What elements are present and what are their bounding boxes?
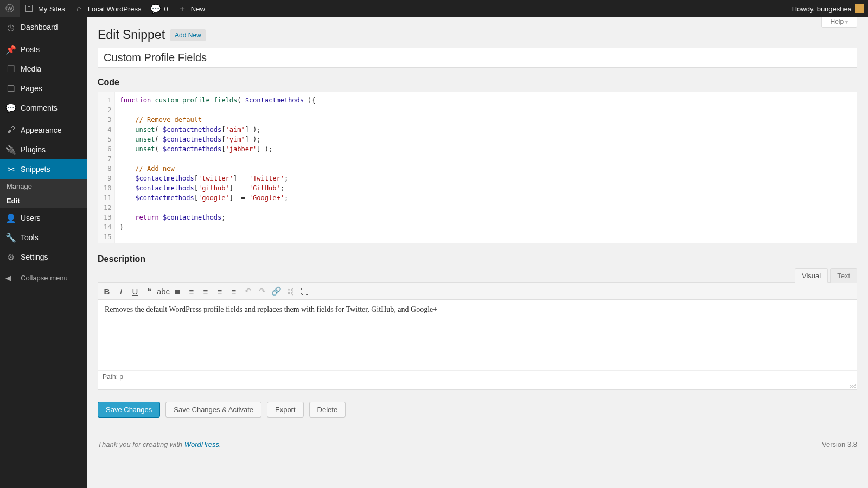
wordpress-link[interactable]: WordPress [184,440,219,448]
menu-label: Tools [21,233,39,242]
menu-tools[interactable]: 🔧Tools [0,228,87,247]
menu-label: Settings [21,253,48,261]
footer: Thank you for creating with WordPress. V… [98,434,857,455]
site-name-label: Local WordPress [88,5,142,13]
pages-icon: ❏ [5,83,16,94]
users-icon: 👤 [5,213,16,223]
page-title-label: Edit Snippet [98,28,165,42]
brush-icon: 🖌 [5,125,16,136]
menu-dashboard[interactable]: ◷Dashboard [0,17,87,37]
admin-sidebar: ◷Dashboard 📌Posts ❐Media ❏Pages 💬Comment… [0,17,87,455]
help-tab[interactable]: Help [821,16,857,28]
menu-snippets[interactable]: ✂Snippets [0,159,87,179]
action-buttons: Save Changes Save Changes & Activate Exp… [98,402,857,418]
collapse-icon: ◀ [5,274,16,282]
wordpress-logo-icon: ⓦ [4,3,15,14]
scissors-icon: ✂ [5,164,16,175]
media-icon: ❐ [5,63,16,74]
menu-appearance[interactable]: 🖌Appearance [0,120,87,140]
comments-count: 0 [164,5,168,13]
menu-plugins[interactable]: 🔌Plugins [0,140,87,159]
menu-label: Posts [21,45,40,54]
code-heading: Code [98,78,857,87]
snippets-submenu: Manage Edit [0,179,87,208]
menu-comments[interactable]: 💬Comments [0,98,87,118]
snippet-title-input[interactable] [98,48,857,68]
collapse-menu[interactable]: ◀Collapse menu [0,269,87,286]
my-sites-label: My Sites [38,5,65,13]
unlink-button[interactable]: ⛓ [284,285,297,298]
menu-pages[interactable]: ❏Pages [0,79,87,98]
menu-label: Appearance [21,126,62,134]
pin-icon: 📌 [5,44,16,55]
plug-icon: 🔌 [5,144,16,155]
editor-toolbar: B I U ❝ abc ≣ ≡ ≡ ≡ ≡ ↶ ↷ 🔗 ⛓ ⛶ [98,283,857,300]
user-account-menu[interactable]: Howdy, bungeshea [788,0,868,17]
home-icon: ⌂ [74,3,85,14]
link-button[interactable]: 🔗 [270,285,283,298]
menu-label: Dashboard [21,23,58,31]
menu-label: Plugins [21,145,46,154]
strikethrough-button[interactable]: abc [157,285,170,298]
menu-label: Media [21,65,41,73]
redo-button[interactable]: ↷ [256,285,269,298]
code-editor[interactable]: 12345678910111213141516 function custom_… [98,92,857,243]
menu-media[interactable]: ❐Media [0,59,87,79]
menu-label: Snippets [21,165,50,174]
my-sites-menu[interactable]: ⚿My Sites [20,0,69,17]
align-center-button[interactable]: ≡ [213,285,226,298]
dashboard-icon: ◷ [5,22,16,33]
footer-version: Version 3.8 [822,440,857,448]
sliders-icon: ⚙ [5,252,16,262]
greeting-label: Howdy, bungeshea [792,5,852,13]
ol-button[interactable]: ≡ [185,285,198,298]
menu-users[interactable]: 👤Users [0,208,87,228]
menu-settings[interactable]: ⚙Settings [0,247,87,267]
editor-path: Path: p [98,370,857,383]
ul-button[interactable]: ≣ [171,285,184,298]
italic-button[interactable]: I [114,285,127,298]
align-left-button[interactable]: ≡ [199,285,212,298]
avatar [855,4,864,13]
underline-button[interactable]: U [129,285,142,298]
submenu-edit[interactable]: Edit [0,194,87,208]
collapse-label: Collapse menu [21,274,68,282]
new-label: New [191,5,205,13]
menu-label: Comments [21,104,58,112]
quote-button[interactable]: ❝ [143,285,156,298]
tab-text[interactable]: Text [830,268,857,283]
fullscreen-button[interactable]: ⛶ [298,285,311,298]
resize-handle[interactable] [98,383,857,389]
key-icon: ⚿ [24,3,35,14]
plus-icon: ＋ [177,3,188,14]
code-gutter: 12345678910111213141516 [98,92,115,243]
comments-menu[interactable]: 💬0 [146,0,173,17]
bold-button[interactable]: B [100,285,113,298]
export-button[interactable]: Export [267,402,304,418]
new-content-menu[interactable]: ＋New [173,0,209,17]
wp-logo[interactable]: ⓦ [0,0,20,17]
comment-icon: 💬 [5,102,16,113]
save-button[interactable]: Save Changes [98,402,160,418]
description-editor: B I U ❝ abc ≣ ≡ ≡ ≡ ≡ ↶ ↷ 🔗 ⛓ ⛶ [98,282,857,390]
menu-label: Pages [21,84,42,93]
menu-posts[interactable]: 📌Posts [0,40,87,59]
tab-visual[interactable]: Visual [795,268,828,283]
submenu-manage[interactable]: Manage [0,179,87,194]
undo-button[interactable]: ↶ [241,285,254,298]
menu-label: Users [21,214,41,222]
page-title: Edit Snippet Add New [98,23,857,44]
admin-bar: ⓦ ⚿My Sites ⌂Local WordPress 💬0 ＋New How… [0,0,868,17]
footer-thanks: Thank you for creating with WordPress. [98,440,221,448]
add-new-button[interactable]: Add New [170,29,206,41]
description-body[interactable]: Removes the default WordPress profile fi… [98,300,857,370]
align-right-button[interactable]: ≡ [227,285,240,298]
code-body[interactable]: function custom_profile_fields( $contact… [115,92,363,243]
site-name-menu[interactable]: ⌂Local WordPress [69,0,146,17]
wrench-icon: 🔧 [5,232,16,243]
description-heading: Description [98,254,145,264]
comment-icon: 💬 [150,3,161,14]
delete-button[interactable]: Delete [309,402,346,418]
save-activate-button[interactable]: Save Changes & Activate [165,402,261,418]
